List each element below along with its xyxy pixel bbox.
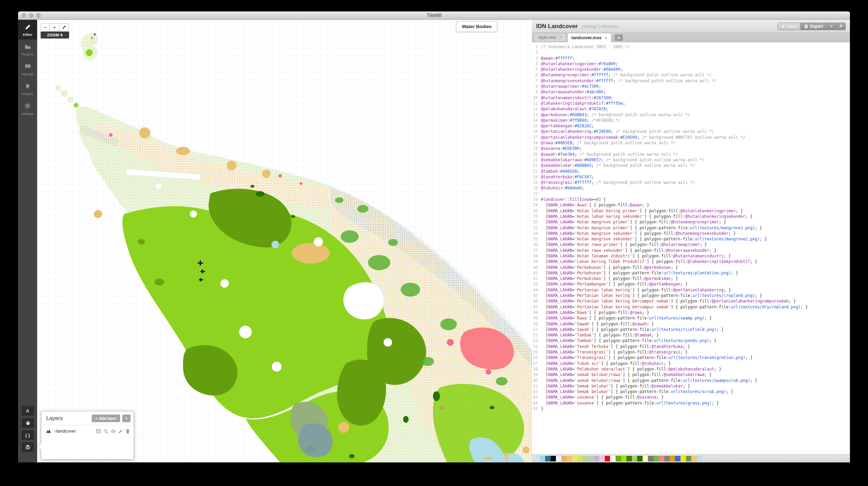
color-swatch[interactable] [561, 456, 567, 461]
sidebar-item-manual[interactable]: Manual [18, 59, 37, 79]
line-number: 37 [532, 248, 541, 253]
code-line: 43 [NAMA_LAHAN='Pertambangan'] { polygon… [532, 281, 850, 287]
color-swatch[interactable] [556, 456, 561, 461]
eye-icon[interactable] [111, 429, 116, 434]
color-swatch[interactable] [534, 456, 540, 461]
code-line: 63 [NAMA_LAHAN='savanna'] { polygon-fill… [532, 394, 850, 400]
close-tab-icon[interactable]: × [605, 35, 608, 41]
color-swatch[interactable] [648, 456, 653, 461]
color-swatch[interactable] [653, 456, 659, 461]
font-reference-tool[interactable]: A [22, 406, 34, 416]
zoom-in-button[interactable]: + [50, 23, 59, 31]
line-number: 8 [532, 84, 541, 89]
close-tab-icon[interactable]: × [559, 35, 562, 40]
export-button[interactable]: Export [800, 23, 827, 30]
color-swatch[interactable] [599, 456, 605, 461]
code-line: 14@permukiman:#ff8080; /*#FFBEBE;*/ [532, 118, 850, 123]
color-swatch[interactable] [567, 456, 573, 461]
code-line: 19@savanna:#EDE900; [532, 146, 850, 151]
line-number: 56 [532, 355, 541, 360]
color-swatch[interactable] [589, 456, 594, 461]
line-number: 24 [532, 174, 541, 180]
line-number: 19 [532, 146, 541, 151]
color-swatch[interactable] [572, 456, 578, 461]
code-editor[interactable]: 1/* Indonesia Landcover 2003 - 2005 */23… [532, 42, 850, 454]
layers-panel: Layers + Add layer × #landcover [41, 411, 134, 460]
color-swatch[interactable] [675, 456, 681, 461]
line-number: 10 [532, 95, 541, 101]
color-swatch[interactable] [626, 456, 632, 461]
code-line: 34 [NAMA_LAHAN='Hutan mangrove sekunder'… [532, 231, 850, 236]
add-layer-button[interactable]: + Add layer [92, 415, 120, 422]
layer-row[interactable]: #landcover [41, 425, 134, 437]
color-swatch[interactable] [594, 456, 600, 461]
new-tab-button[interactable]: + [615, 34, 623, 41]
code-line: 31 [NAMA_LAHAN='Hutan lahan kering sekun… [532, 214, 850, 219]
sidebar-item-settings[interactable]: Settings [18, 99, 37, 119]
zoom-fit-button[interactable] [59, 23, 69, 31]
color-swatch[interactable] [664, 456, 670, 461]
line-number: 9 [532, 89, 541, 95]
layers-icon [25, 444, 31, 450]
zoom-out-button[interactable]: − [41, 23, 50, 31]
magnifier-icon[interactable] [103, 429, 108, 434]
header-buttons: Save Export [777, 23, 846, 30]
sidebar-item-plugins[interactable]: Plugins [18, 79, 37, 99]
color-swatch[interactable] [659, 456, 665, 461]
map-canvas[interactable]: − + ZOOM 9 Water Bodies Layers + Add lay… [37, 20, 532, 462]
sidebar-item-projects[interactable]: Projects [18, 40, 37, 59]
color-swatch[interactable] [670, 456, 675, 461]
carto-reference-tool[interactable]: { } [22, 430, 34, 440]
tab-landcover.mss[interactable]: landcover.mss× [567, 33, 611, 42]
sidebar: EditorProjectsManualPluginsSettings A{ } [18, 20, 37, 462]
color-swatch[interactable] [632, 456, 637, 461]
line-number: 38 [532, 253, 541, 259]
color-swatch[interactable] [610, 456, 616, 461]
color-swatch[interactable] [578, 456, 583, 461]
color-swatch[interactable] [551, 456, 556, 461]
color-swatch[interactable] [583, 456, 589, 461]
color-swatch[interactable] [681, 456, 686, 461]
color-swatch[interactable] [605, 456, 610, 461]
code-line: 33 [NAMA_LAHAN='Hutan mangrove primer'] … [532, 225, 850, 231]
color-swatch[interactable] [686, 456, 692, 461]
color-swatch[interactable] [621, 456, 627, 461]
code-line: 56 [NAMA_LAHAN='Transmigrasi'] { polygon… [532, 355, 850, 360]
line-number: 6 [532, 72, 541, 78]
line-number: 43 [532, 281, 541, 287]
code-line: 17@pertanianlahankeringcampursemak:#E39E… [532, 135, 850, 140]
line-number: 22 [532, 163, 541, 168]
color-swatch[interactable] [616, 456, 621, 461]
color-swatch[interactable] [540, 456, 545, 461]
sidebar-item-editor[interactable]: Editor [18, 20, 37, 40]
layers-tool[interactable] [22, 442, 34, 452]
line-number: 55 [532, 349, 541, 355]
export-dropdown-button[interactable] [827, 23, 836, 30]
color-swatch[interactable] [545, 456, 551, 461]
line-number: 5 [532, 67, 541, 72]
line-number: 63 [532, 394, 541, 400]
tab-style.mss[interactable]: style.mss× [534, 33, 566, 41]
map-zoom-controls: − + [41, 23, 69, 31]
trash-icon[interactable] [125, 429, 130, 434]
pencil-icon[interactable] [118, 429, 123, 434]
color-swatch[interactable] [697, 456, 702, 461]
titlebar[interactable]: TileMill [18, 11, 850, 20]
code-line: 62 [NAMA_LAHAN='Semak belukar'] { polygo… [532, 389, 850, 394]
color-swatch[interactable] [637, 456, 643, 461]
hand-tool[interactable] [22, 418, 34, 428]
settings-wrench-button[interactable] [836, 23, 845, 30]
color-swatch[interactable] [691, 456, 697, 461]
code-line: 44 [NAMA_LAHAN='Pertanian lahan kering']… [532, 287, 850, 293]
close-layers-panel-button[interactable]: × [122, 415, 131, 422]
book-icon [24, 63, 31, 70]
code-line: 45 [NAMA_LAHAN='Pertanian lahan kering']… [532, 293, 850, 298]
save-button[interactable]: Save [778, 23, 800, 30]
line-number: 28 [532, 197, 541, 202]
map-hover-tooltip: Water Bodies [456, 21, 497, 32]
code-line: 49 [NAMA_LAHAN='Rawa'] { polygon-pattern… [532, 315, 850, 321]
window-title: TileMill [18, 12, 850, 18]
color-swatch[interactable] [643, 456, 648, 461]
layers-panel-title: Layers [46, 415, 92, 421]
table-icon[interactable] [96, 429, 101, 434]
